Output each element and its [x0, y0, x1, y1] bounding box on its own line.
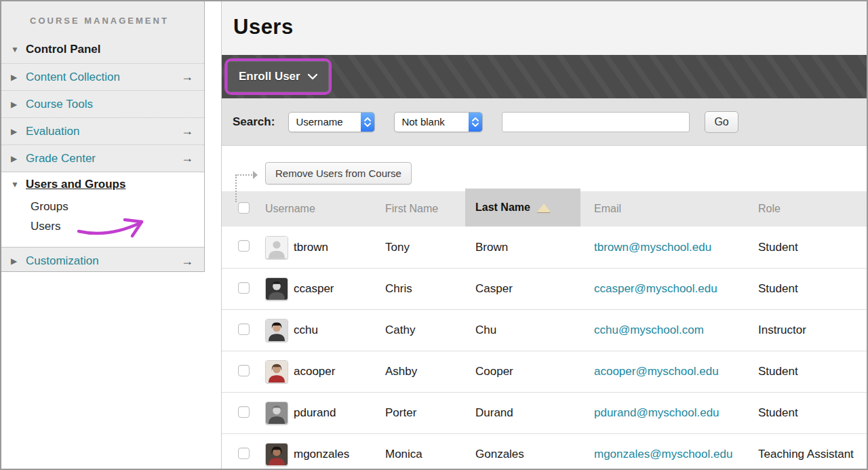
row-checkbox[interactable] [238, 406, 250, 418]
triangle-down-icon: ▼ [11, 180, 26, 189]
role-text: Teaching Assistant [743, 448, 867, 461]
search-label: Search: [233, 115, 275, 129]
open-in-new-arrow-icon[interactable]: → [181, 124, 193, 138]
triangle-right-icon: ▶ [11, 154, 26, 163]
chevron-down-icon [308, 74, 317, 80]
sidebar-item-grade-center[interactable]: ▶ Grade Center → [1, 144, 204, 172]
open-in-new-arrow-icon[interactable]: → [181, 151, 193, 165]
email-link[interactable]: mgonzales@myschool.edu [594, 448, 732, 461]
role-text: Student [743, 241, 867, 254]
username-text: mgonzales [294, 448, 349, 461]
sidebar-item-evaluation[interactable]: ▶ Evaluation → [1, 117, 204, 144]
table-row: tbrown Tony Brown tbrown@myschool.edu St… [222, 227, 867, 268]
username-text: cchu [294, 324, 318, 337]
action-bar: Enroll User [222, 55, 867, 98]
header-first-name[interactable]: First Name [377, 203, 465, 215]
header-username[interactable]: Username [252, 203, 377, 215]
annotation-magenta-arrow-icon [75, 213, 153, 246]
users-table: Username First Name Last Name Email Role [222, 191, 867, 469]
header-email[interactable]: Email [580, 203, 743, 215]
table-row: cchu Cathy Chu cchu@myschool.com Instruc… [222, 309, 867, 351]
search-condition-value: Not blank [395, 116, 469, 128]
first-name-text: Cathy [377, 324, 465, 337]
table-row: mgonzales Monica Gonzales mgonzales@mysc… [222, 433, 867, 469]
header-role[interactable]: Role [743, 203, 867, 215]
first-name-text: Monica [377, 448, 465, 461]
sidebar-item-customization[interactable]: ▶ Customization → [1, 248, 204, 275]
triangle-down-icon: ▼ [11, 45, 26, 54]
row-checkbox[interactable] [238, 324, 250, 335]
table-area: Remove Users from Course Username First … [222, 146, 867, 469]
table-row: acooper Ashby Cooper acooper@myschool.ed… [222, 351, 867, 392]
enroll-user-button[interactable]: Enroll User [227, 61, 329, 92]
role-text: Student [743, 282, 867, 296]
remove-users-button[interactable]: Remove Users from Course [265, 162, 412, 184]
email-link[interactable]: acooper@myschool.edu [594, 365, 719, 378]
last-name-text: Cooper [465, 365, 580, 378]
main-panel: Users Enroll User Search: Username [221, 1, 867, 469]
email-link[interactable]: cchu@myschool.com [594, 324, 704, 336]
row-checkbox[interactable] [238, 282, 250, 294]
sidebar-item-label: Users [31, 220, 60, 233]
sidebar-item-users-and-groups[interactable]: ▼ Users and Groups [1, 172, 204, 197]
row-checkbox[interactable] [238, 448, 250, 459]
sidebar-item-control-panel[interactable]: ▼ Control Panel [1, 36, 204, 63]
table-row: pdurand Porter Durand pdurand@myschool.e… [222, 392, 867, 433]
search-condition-select[interactable]: Not blank [394, 112, 483, 132]
table-header-row: Username First Name Last Name Email Role [222, 191, 867, 227]
search-bar: Search: Username Not blank Go [222, 98, 867, 146]
search-field-value: Username [289, 116, 361, 128]
users-page: COURSE MANAGEMENT ▼ Control Panel ▶ Cont… [0, 0, 868, 470]
open-in-new-arrow-icon[interactable]: → [181, 70, 193, 84]
email-link[interactable]: ccasper@myschool.edu [594, 282, 717, 295]
username-text: tbrown [294, 241, 328, 254]
sidebar-item-label: Content Collection [26, 71, 120, 84]
user-avatar [265, 319, 288, 342]
role-text: Student [743, 365, 867, 378]
triangle-right-icon: ▶ [11, 100, 26, 109]
sidebar-item-label: Customization [26, 254, 99, 268]
first-name-text: Chris [377, 282, 465, 296]
user-avatar [265, 443, 288, 466]
last-name-text: Casper [465, 282, 580, 296]
enroll-user-label: Enroll User [239, 70, 300, 83]
username-text: acooper [294, 365, 335, 378]
last-name-text: Chu [465, 324, 580, 337]
first-name-text: Tony [377, 241, 465, 254]
select-stepper-icon [469, 112, 482, 132]
sidebar-item-label: Users and Groups [26, 178, 125, 191]
header-last-name-sorted[interactable]: Last Name [465, 189, 580, 227]
course-management-sidebar: COURSE MANAGEMENT ▼ Control Panel ▶ Cont… [1, 1, 205, 272]
search-field-select[interactable]: Username [288, 112, 375, 132]
row-checkbox[interactable] [238, 240, 250, 252]
last-name-text: Brown [465, 241, 580, 254]
email-link[interactable]: tbrown@myschool.edu [594, 241, 711, 254]
go-button[interactable]: Go [705, 111, 738, 133]
sidebar-item-label: Evaluation [26, 125, 79, 138]
triangle-right-icon: ▶ [11, 127, 26, 136]
select-all-checkbox[interactable] [238, 202, 250, 214]
table-row: ccasper Chris Casper ccasper@myschool.ed… [222, 268, 867, 309]
open-in-new-arrow-icon[interactable]: → [181, 254, 193, 269]
sidebar-item-course-tools[interactable]: ▶ Course Tools [1, 90, 204, 117]
user-avatar [265, 402, 288, 425]
header-last-name-label: Last Name [475, 201, 530, 214]
sort-ascending-icon [537, 203, 551, 212]
username-text: pdurand [294, 406, 336, 420]
role-text: Instructor [743, 324, 867, 337]
first-name-text: Porter [377, 406, 465, 420]
sidebar-item-label: Course Tools [26, 98, 93, 111]
select-all-hint-arrow-icon [235, 169, 262, 201]
triangle-right-icon: ▶ [11, 256, 26, 266]
role-text: Student [743, 406, 867, 420]
sidebar-item-label: Groups [31, 200, 68, 214]
sidebar-item-label: Control Panel [26, 43, 101, 56]
row-checkbox[interactable] [238, 365, 250, 376]
first-name-text: Ashby [377, 365, 465, 378]
triangle-right-icon: ▶ [11, 73, 26, 82]
sidebar-item-content-collection[interactable]: ▶ Content Collection → [1, 63, 204, 90]
email-link[interactable]: pdurand@myschool.edu [594, 406, 719, 419]
select-stepper-icon [361, 112, 374, 132]
search-input[interactable] [502, 112, 690, 132]
sidebar-header: COURSE MANAGEMENT [1, 1, 204, 36]
